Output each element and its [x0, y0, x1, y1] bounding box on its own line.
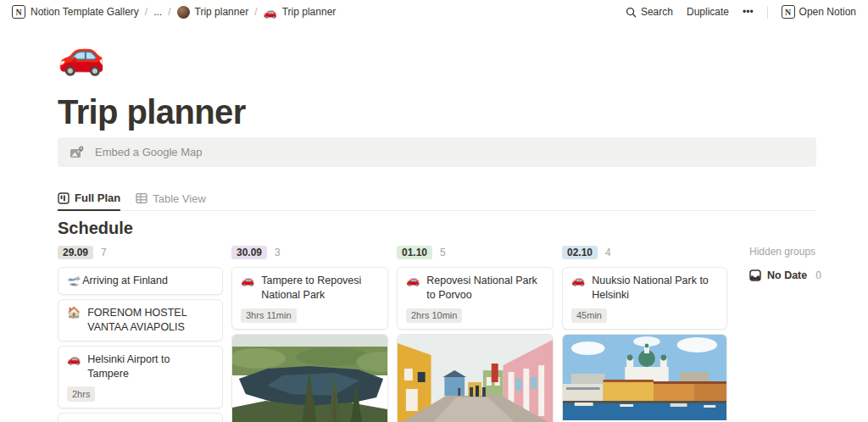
card-repovesi-to-porvoo[interactable]: 🚗 Repovesi National Park to Porvoo 2hrs … [397, 267, 554, 330]
repovesi-lake-photo [232, 335, 387, 422]
car-emoji-icon: 🚗 [571, 274, 585, 303]
card-photo-helsinki[interactable] [562, 334, 727, 422]
card-tampere-to-repovesi[interactable]: 🚗 Tampere to Repovesi National Park 3hrs… [231, 267, 388, 330]
no-date-label: No Date [767, 269, 807, 281]
map-icon [70, 145, 85, 160]
porvoo-street-photo [398, 335, 553, 422]
breadcrumb-workspace-label: Notion Template Gallery [31, 6, 139, 18]
house-emoji-icon: 🏠 [67, 306, 81, 335]
card-helsinki-airport-to-tampere[interactable]: 🚗 Helsinki Airport to Tampere 2hrs [58, 346, 223, 408]
hidden-groups-panel: Hidden groups No Date 0 [749, 246, 821, 281]
card-list: 🛫 Arriving at Finland 🏠 FORENOM HOSTEL V… [58, 267, 223, 422]
breadcrumb: N Notion Template Gallery / ... / Trip p… [12, 5, 336, 19]
card-title: Arriving at Finland [82, 274, 168, 288]
car-emoji-icon: 🚗 [67, 353, 81, 381]
breadcrumb-separator: / [168, 6, 170, 18]
column-header[interactable]: 02.10 4 [562, 244, 727, 261]
column-header[interactable]: 29.09 7 [58, 244, 223, 261]
board-column-01-10: 01.10 5 🚗 Repovesi National Park to Porv… [397, 244, 554, 422]
column-header[interactable]: 01.10 5 [397, 244, 554, 261]
breadcrumb-separator: / [145, 6, 147, 18]
breadcrumb-page[interactable]: 🚗 Trip planner [263, 6, 336, 18]
breadcrumb-workspace[interactable]: N Notion Template Gallery [12, 5, 139, 19]
open-notion-label: Open Notion [799, 6, 856, 18]
duration-tag: 2hrs [67, 386, 95, 401]
car-emoji-icon: 🚗 [241, 274, 254, 303]
notion-logo-icon: N [12, 5, 25, 19]
notion-logo-icon: N [782, 5, 795, 19]
date-badge: 29.09 [58, 246, 93, 259]
top-bar: N Notion Template Gallery / ... / Trip p… [0, 0, 868, 24]
tab-table-view-label: Table View [153, 192, 206, 205]
column-header[interactable]: 30.09 3 [231, 244, 388, 261]
card-count: 5 [440, 247, 446, 258]
view-tabs: Full Plan Table View [58, 192, 816, 211]
card-list: 🚗 Repovesi National Park to Porvoo 2hrs … [397, 267, 554, 422]
hidden-groups-label: Hidden groups [749, 246, 821, 258]
card-count: 7 [101, 247, 107, 258]
no-date-inbox-icon [749, 269, 761, 281]
card-arriving-at-finland[interactable]: 🛫 Arriving at Finland [58, 267, 223, 295]
car-emoji-icon: 🚗 [406, 274, 420, 303]
car-emoji-icon: 🚗 [263, 7, 276, 18]
card-count: 4 [605, 247, 611, 258]
tab-full-plan-label: Full Plan [75, 192, 120, 204]
breadcrumb-ellipsis[interactable]: ... [153, 6, 162, 18]
search-label: Search [641, 6, 673, 18]
card-photo-porvoo[interactable] [397, 334, 554, 422]
card-title: Helsinki Airport to Tampere [87, 353, 214, 381]
card-title: FORENOM HOSTEL VANTAA AVIAPOLIS [87, 306, 214, 335]
breadcrumb-parent[interactable]: Trip planner [177, 6, 249, 19]
date-badge: 02.10 [562, 246, 598, 259]
embed-placeholder: Embed a Google Map [95, 146, 202, 158]
airplane-emoji-icon: 🛫 [67, 274, 81, 288]
divider [767, 6, 768, 19]
no-date-count: 0 [815, 269, 821, 281]
board-view-icon [58, 192, 70, 204]
card-tampere-to-helvetinjarvi[interactable]: 🚗 Tampere to Helvetinjärvi National Park… [58, 413, 223, 422]
breadcrumb-page-label: Trip planner [282, 6, 337, 18]
board-column-30-09: 30.09 3 🚗 Tampere to Repovesi National P… [231, 244, 388, 422]
search-icon [626, 7, 637, 18]
embed-google-map-block[interactable]: Embed a Google Map [58, 137, 816, 167]
duration-tag: 3hrs 11min [241, 308, 297, 323]
tab-full-plan[interactable]: Full Plan [58, 192, 120, 211]
card-list: 🚗 Nuuksio National Park to Helsinki 45mi… [562, 267, 727, 422]
hidden-group-no-date[interactable]: No Date 0 [749, 269, 821, 281]
avatar [177, 6, 190, 19]
search-button[interactable]: Search [626, 6, 673, 18]
duration-tag: 2hrs 10min [406, 308, 462, 323]
breadcrumb-separator: / [254, 6, 257, 18]
helsinki-skyline-photo [563, 335, 726, 420]
tab-table-view[interactable]: Table View [136, 192, 206, 210]
card-forenom-hostel[interactable]: 🏠 FORENOM HOSTEL VANTAA AVIAPOLIS [58, 299, 223, 341]
open-notion-button[interactable]: N Open Notion [782, 5, 856, 19]
schedule-board: 29.09 7 🛫 Arriving at Finland 🏠 FORENOM … [58, 244, 727, 422]
duration-tag: 45min [571, 308, 607, 323]
board-column-02-10: 02.10 4 🚗 Nuuksio National Park to Helsi… [562, 244, 727, 422]
page-title: Trip planner [58, 93, 246, 131]
duplicate-button[interactable]: Duplicate [687, 6, 729, 18]
page-icon-car-emoji[interactable]: 🚗 [58, 36, 105, 74]
breadcrumb-parent-label: Trip planner [195, 6, 249, 18]
date-badge: 30.09 [231, 246, 267, 259]
more-button[interactable]: ••• [743, 6, 754, 18]
card-title: Repovesi National Park to Porvoo [426, 274, 544, 303]
card-title: Nuuksio National Park to Helsinki [592, 274, 718, 303]
schedule-heading: Schedule [58, 219, 133, 238]
card-title: Tampere to Repovesi National Park [261, 274, 379, 303]
date-badge: 01.10 [397, 246, 432, 259]
card-nuuksio-to-helsinki[interactable]: 🚗 Nuuksio National Park to Helsinki 45mi… [562, 267, 727, 330]
card-list: 🚗 Tampere to Repovesi National Park 3hrs… [231, 267, 388, 422]
board-column-29-09: 29.09 7 🛫 Arriving at Finland 🏠 FORENOM … [58, 244, 223, 422]
topbar-actions: Search Duplicate ••• N Open Notion [626, 5, 856, 19]
card-photo-repovesi[interactable] [231, 334, 388, 422]
card-count: 3 [275, 247, 281, 258]
table-view-icon [136, 192, 147, 204]
